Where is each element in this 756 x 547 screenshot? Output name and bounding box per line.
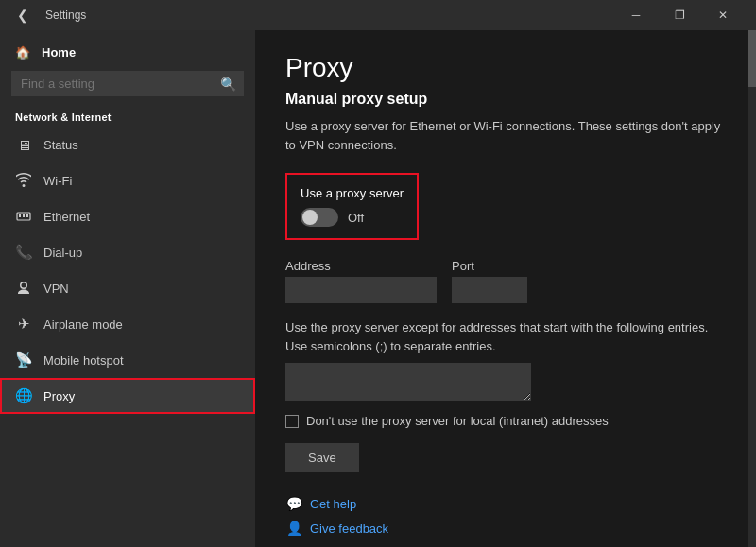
close-button[interactable]: ✕ bbox=[701, 0, 745, 30]
titlebar: ❮ Settings ─ ❐ ✕ bbox=[0, 0, 756, 30]
titlebar-nav: ❮ Settings bbox=[11, 4, 86, 26]
sidebar-item-proxy[interactable]: 🌐 Proxy bbox=[0, 378, 255, 414]
sidebar-item-dialup[interactable]: 📞 Dial-up bbox=[0, 234, 255, 270]
sidebar-item-label: VPN bbox=[43, 282, 69, 296]
sidebar-item-status[interactable]: 🖥 Status bbox=[0, 127, 255, 162]
vpn-icon bbox=[15, 280, 32, 297]
save-button[interactable]: Save bbox=[285, 443, 359, 472]
home-label: Home bbox=[42, 45, 76, 60]
feedback-icon: 👤 bbox=[285, 520, 302, 537]
sidebar: 🏠 Home 🔍 Network & Internet 🖥 Status Wi-… bbox=[0, 30, 255, 547]
toggle-status: Off bbox=[348, 211, 364, 225]
content-area: Proxy Manual proxy setup Use a proxy ser… bbox=[255, 30, 756, 547]
titlebar-controls: ─ ❐ ✕ bbox=[614, 0, 745, 30]
address-field-group: Address bbox=[285, 259, 437, 303]
sidebar-item-label: Dial-up bbox=[43, 246, 82, 260]
toggle-row: Off bbox=[301, 208, 404, 227]
proxy-toggle-box: Use a proxy server Off bbox=[285, 173, 419, 240]
address-port-row: Address Port bbox=[285, 259, 726, 303]
titlebar-title: Settings bbox=[45, 9, 86, 22]
sidebar-item-hotspot[interactable]: 📡 Mobile hotspot bbox=[0, 342, 255, 378]
feedback-link[interactable]: 👤 Give feedback bbox=[285, 520, 726, 537]
get-help-link[interactable]: 💬 Get help bbox=[285, 495, 726, 512]
section-title: Manual proxy setup bbox=[285, 91, 726, 108]
dialup-icon: 📞 bbox=[15, 244, 32, 261]
search-input[interactable] bbox=[11, 71, 244, 96]
port-field-group: Port bbox=[452, 259, 527, 303]
search-box[interactable]: 🔍 bbox=[11, 71, 244, 96]
local-addresses-checkbox[interactable] bbox=[285, 415, 299, 428]
network-section-label: Network & Internet bbox=[0, 104, 255, 127]
svg-rect-2 bbox=[23, 214, 25, 217]
port-input[interactable] bbox=[452, 277, 527, 303]
search-icon: 🔍 bbox=[220, 77, 236, 92]
get-help-label: Get help bbox=[310, 497, 356, 511]
hotspot-icon: 📡 bbox=[15, 351, 32, 368]
help-section: 💬 Get help 👤 Give feedback bbox=[285, 495, 726, 537]
proxy-toggle-switch[interactable] bbox=[301, 208, 338, 227]
home-item[interactable]: 🏠 Home bbox=[0, 30, 255, 67]
wifi-icon bbox=[15, 172, 32, 189]
minimize-button[interactable]: ─ bbox=[614, 0, 658, 30]
exceptions-description: Use the proxy server except for addresse… bbox=[285, 318, 726, 355]
svg-rect-3 bbox=[26, 214, 28, 217]
checkbox-row: Don't use the proxy server for local (in… bbox=[285, 414, 726, 428]
checkbox-label: Don't use the proxy server for local (in… bbox=[306, 414, 609, 428]
sidebar-item-vpn[interactable]: VPN bbox=[0, 270, 255, 306]
sidebar-item-label: Status bbox=[43, 138, 78, 152]
sidebar-item-ethernet[interactable]: Ethernet bbox=[0, 198, 255, 234]
feedback-label: Give feedback bbox=[310, 521, 388, 536]
page-title: Proxy bbox=[285, 53, 726, 83]
scrollbar-thumb[interactable] bbox=[748, 30, 756, 87]
address-input[interactable] bbox=[285, 277, 437, 303]
status-icon: 🖥 bbox=[15, 136, 32, 153]
restore-button[interactable]: ❐ bbox=[658, 0, 701, 30]
address-label: Address bbox=[285, 259, 437, 273]
sidebar-item-label: Mobile hotspot bbox=[43, 353, 124, 368]
port-label: Port bbox=[452, 259, 527, 273]
proxy-toggle-label: Use a proxy server bbox=[301, 186, 404, 200]
sidebar-item-wifi[interactable]: Wi-Fi bbox=[0, 162, 255, 198]
sidebar-item-label: Wi-Fi bbox=[43, 174, 72, 188]
sidebar-item-label: Airplane mode bbox=[43, 317, 123, 332]
back-button[interactable]: ❮ bbox=[11, 4, 34, 26]
ethernet-icon bbox=[15, 208, 32, 225]
scrollbar-track[interactable] bbox=[748, 30, 756, 547]
get-help-icon: 💬 bbox=[285, 495, 302, 512]
exceptions-input[interactable] bbox=[285, 363, 531, 401]
main-container: 🏠 Home 🔍 Network & Internet 🖥 Status Wi-… bbox=[0, 30, 756, 547]
sidebar-item-label: Ethernet bbox=[43, 210, 90, 224]
sidebar-item-airplane[interactable]: ✈ Airplane mode bbox=[0, 306, 255, 342]
svg-rect-1 bbox=[19, 214, 21, 217]
proxy-icon: 🌐 bbox=[15, 387, 32, 404]
airplane-icon: ✈ bbox=[15, 316, 32, 333]
home-icon: 🏠 bbox=[15, 45, 30, 60]
sidebar-item-label: Proxy bbox=[43, 389, 75, 403]
toggle-thumb bbox=[302, 210, 318, 225]
description-text: Use a proxy server for Ethernet or Wi-Fi… bbox=[285, 117, 726, 154]
